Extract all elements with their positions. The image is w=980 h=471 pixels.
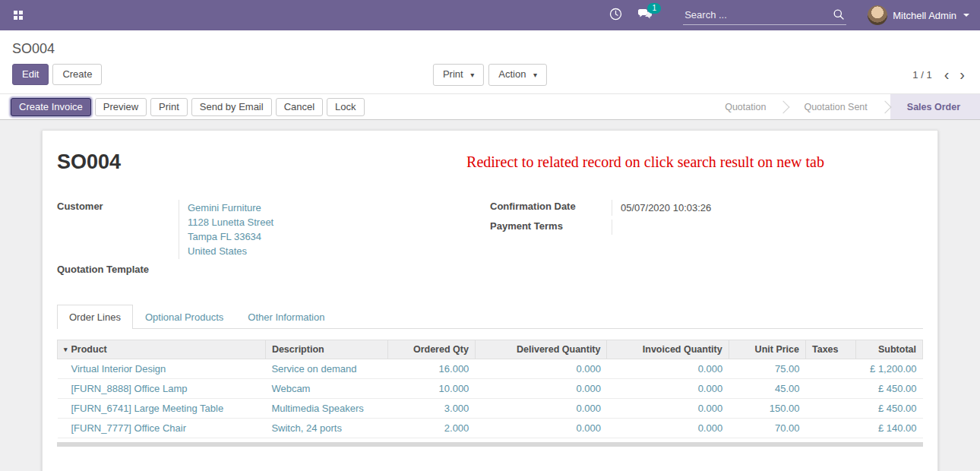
send-by-email-button[interactable]: Send by Email (191, 98, 272, 116)
user-name: Mitchell Admin (893, 10, 956, 21)
breadcrumb-title: SO004 (12, 41, 55, 56)
lock-button[interactable]: Lock (327, 98, 364, 116)
cell-taxes (805, 419, 855, 438)
order-lines-table: ▾Product Description Ordered Qty Deliver… (57, 340, 923, 438)
breadcrumb: SO004 (0, 30, 980, 59)
print-button[interactable]: Print (150, 98, 188, 116)
table-row[interactable]: [FURN_8888] Office Lamp Webcam 10.000 0.… (58, 379, 923, 399)
header-taxes[interactable]: Taxes (805, 340, 855, 359)
discuss-button[interactable]: 1 (633, 4, 657, 27)
payment-terms-label: Payment Terms (490, 220, 612, 235)
avatar (868, 5, 887, 25)
apps-grid-icon (14, 11, 23, 20)
print-dropdown-button[interactable]: Print ▾ (433, 64, 484, 86)
field-groups: Customer Gemini Furniture 1128 Lunetta S… (57, 200, 923, 282)
quotation-template-label: Quotation Template (57, 263, 179, 278)
control-panel: SO004 Edit Create Print ▾ Action ▾ 1 / 1… (0, 30, 980, 93)
customer-country: United States (188, 244, 490, 258)
cell-unit-price: 75.00 (729, 359, 805, 379)
header-invoiced-quantity[interactable]: Invoiced Quantity (607, 340, 729, 359)
customer-city: Tampa FL 33634 (188, 229, 490, 244)
global-search-box (683, 6, 846, 25)
quotation-template-value (179, 263, 490, 278)
cell-subtotal: £ 1,200.00 (856, 359, 923, 379)
caret-down-icon: ▾ (533, 71, 537, 79)
navbar-systray: 1 Mitchell Admin (605, 3, 972, 27)
pager-next-button[interactable]: › (956, 67, 968, 82)
status-pipeline: Quotation Quotation Sent Sales Order (710, 94, 980, 119)
cell-unit-price: 150.00 (729, 399, 805, 419)
chevron-down-icon (963, 14, 969, 17)
cell-description: Service on demand (265, 359, 387, 379)
preview-button[interactable]: Preview (95, 98, 147, 116)
cell-product[interactable]: [FURN_7777] Office Chair (58, 419, 266, 438)
state-arrow-icon (781, 94, 789, 119)
cell-taxes (805, 359, 855, 379)
control-panel-buttons: Edit Create Print ▾ Action ▾ 1 / 1 ‹ › (0, 59, 980, 93)
cell-subtotal: £ 450.00 (856, 379, 923, 399)
create-button[interactable]: Create (52, 64, 102, 85)
confirmation-date-label: Confirmation Date (490, 200, 612, 216)
action-dropdown-label: Action (498, 68, 526, 80)
header-unit-price[interactable]: Unit Price (729, 340, 805, 359)
header-delivered-quantity[interactable]: Delivered Quantity (475, 340, 607, 359)
cell-subtotal: £ 140.00 (856, 419, 923, 438)
horizontal-scrollbar[interactable] (57, 442, 923, 447)
state-arrow-icon (883, 94, 890, 119)
statusbar-buttons: Create Invoice Preview Print Send by Ema… (11, 98, 365, 116)
totals-row: Untaxed Amount: £ 2,240.00 (727, 466, 923, 471)
print-dropdown-label: Print (443, 68, 463, 80)
clock-icon (609, 8, 622, 23)
customer-value[interactable]: Gemini Furniture 1128 Lunetta Street Tam… (179, 200, 490, 259)
cell-taxes (805, 399, 855, 419)
header-ordered-qty[interactable]: Ordered Qty (388, 340, 476, 359)
user-menu-button[interactable]: Mitchell Admin (865, 4, 972, 27)
create-invoice-button[interactable]: Create Invoice (11, 98, 91, 116)
apps-menu-button[interactable] (9, 6, 27, 24)
cell-delivered-qty: 0.000 (475, 419, 607, 438)
table-row[interactable]: [FURN_6741] Large Meeting Table Multimed… (58, 399, 923, 419)
cell-subtotal: £ 450.00 (856, 399, 923, 419)
cell-description: Multimedia Speakers (265, 399, 387, 419)
confirmation-date-value: 05/07/2020 10:03:26 (612, 200, 923, 216)
action-dropdown-button[interactable]: Action ▾ (488, 64, 547, 86)
cell-ordered-qty: 16.000 (388, 359, 476, 379)
header-subtotal[interactable]: Subtotal (856, 340, 923, 359)
pager: 1 / 1 ‹ › (912, 67, 968, 82)
form-view: SO004 Redirect to related record on clic… (0, 120, 980, 471)
cell-product[interactable]: [FURN_6741] Large Meeting Table (58, 399, 266, 419)
header-description[interactable]: Description (265, 340, 387, 359)
search-icon[interactable] (831, 8, 846, 21)
tab-other-information[interactable]: Other Information (236, 305, 337, 329)
odoo-window: 1 Mitchell Admin SO004 Edit Create (0, 0, 980, 471)
cell-delivered-qty: 0.000 (475, 399, 607, 419)
customer-name-link[interactable]: Gemini Furniture (188, 201, 490, 215)
state-quotation-sent[interactable]: Quotation Sent (789, 94, 882, 119)
cell-taxes (805, 379, 855, 399)
table-row[interactable]: Virtual Interior Design Service on deman… (58, 359, 923, 379)
cell-ordered-qty: 2.000 (388, 419, 476, 438)
payment-terms-value (612, 220, 923, 235)
edit-button[interactable]: Edit (12, 64, 49, 85)
table-header-row: ▾Product Description Ordered Qty Deliver… (58, 340, 923, 359)
search-input[interactable] (683, 6, 831, 24)
activities-button[interactable] (605, 3, 627, 27)
cell-product[interactable]: Virtual Interior Design (58, 359, 266, 379)
state-quotation[interactable]: Quotation (710, 94, 781, 119)
cell-unit-price: 45.00 (729, 379, 805, 399)
cell-product[interactable]: [FURN_8888] Office Lamp (58, 379, 266, 399)
header-product[interactable]: ▾Product (58, 340, 266, 359)
tab-optional-products[interactable]: Optional Products (133, 305, 236, 329)
sort-caret-icon[interactable]: ▾ (64, 346, 68, 353)
state-sales-order[interactable]: Sales Order (890, 94, 980, 119)
cell-invoiced-qty: 0.000 (607, 399, 729, 419)
cell-delivered-qty: 0.000 (475, 359, 607, 379)
pager-previous-button[interactable]: ‹ (941, 67, 953, 82)
cell-unit-price: 70.00 (729, 419, 805, 438)
cancel-button[interactable]: Cancel (276, 98, 323, 116)
table-row[interactable]: [FURN_7777] Office Chair Switch, 24 port… (58, 419, 923, 438)
cell-description: Webcam (265, 379, 387, 399)
tab-order-lines[interactable]: Order Lines (57, 305, 133, 329)
message-count-badge: 1 (647, 3, 661, 14)
customer-street: 1128 Lunetta Street (188, 215, 490, 229)
